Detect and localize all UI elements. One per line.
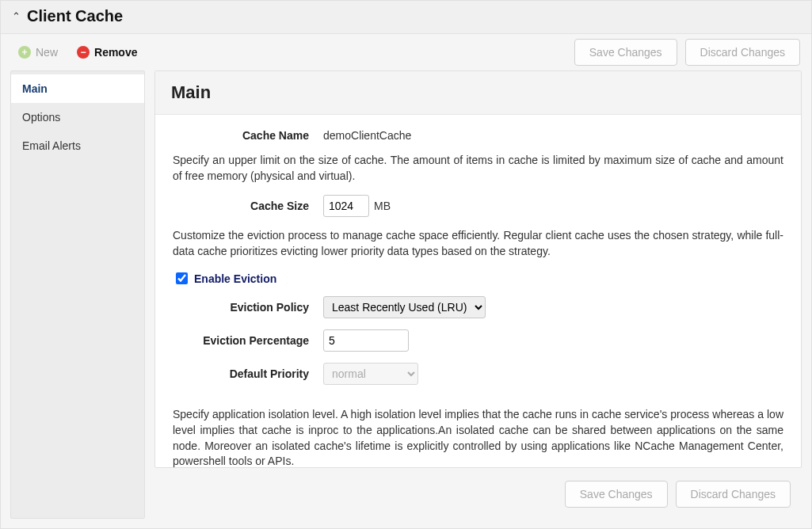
content-column: Main Cache Name demoClientCache Specify … xyxy=(154,70,802,519)
panel-title: Main xyxy=(171,82,785,103)
sidebar-item-label: Email Alerts xyxy=(22,139,81,152)
cache-name-row: Cache Name demoClientCache xyxy=(173,129,783,142)
eviction-percentage-input[interactable] xyxy=(323,329,409,352)
toolbar: + New − Remove Save Changes Discard Chan… xyxy=(1,34,811,70)
sidebar-item-label: Options xyxy=(22,111,60,124)
client-cache-settings-window: ⌃ Client Cache + New − Remove Save Chang… xyxy=(0,0,812,529)
collapse-chevron-icon[interactable]: ⌃ xyxy=(12,10,21,22)
default-priority-label: Default Priority xyxy=(173,367,323,380)
panel-header: Main xyxy=(155,71,801,115)
eviction-policy-label: Eviction Policy xyxy=(173,301,323,314)
default-priority-row: Default Priority normal xyxy=(173,363,783,385)
sidebar: Main Options Email Alerts xyxy=(10,70,145,519)
cache-size-desc: Specify an upper limit on the size of ca… xyxy=(173,153,783,184)
new-button: + New xyxy=(9,41,67,63)
eviction-policy-row: Eviction Policy Least Recently Used (LRU… xyxy=(173,296,783,318)
eviction-policy-select[interactable]: Least Recently Used (LRU) xyxy=(323,296,486,318)
isolation-desc: Specify application isolation level. A h… xyxy=(173,407,783,467)
main-area: Main Options Email Alerts Main Cache Nam… xyxy=(1,70,811,528)
enable-eviction-label: Enable Eviction xyxy=(194,272,276,285)
page-title: Client Cache xyxy=(27,7,123,25)
cache-name-label: Cache Name xyxy=(173,129,323,142)
new-label: New xyxy=(36,46,58,59)
save-changes-top-button[interactable]: Save Changes xyxy=(574,39,677,66)
default-priority-select: normal xyxy=(323,363,418,385)
discard-changes-top-button[interactable]: Discard Changes xyxy=(685,39,800,66)
eviction-desc: Customize the eviction process to manage… xyxy=(173,228,783,259)
sidebar-item-label: Main xyxy=(22,82,48,95)
sidebar-item-options[interactable]: Options xyxy=(11,103,144,131)
cache-size-input[interactable] xyxy=(323,195,369,217)
cache-size-row: Cache Size MB xyxy=(173,195,783,217)
section-header[interactable]: ⌃ Client Cache xyxy=(1,1,811,34)
remove-label: Remove xyxy=(94,46,137,59)
enable-eviction-row: Enable Eviction xyxy=(173,270,783,287)
cache-size-unit: MB xyxy=(374,200,391,212)
discard-changes-bottom-button[interactable]: Discard Changes xyxy=(676,481,791,508)
eviction-percentage-row: Eviction Percentage xyxy=(173,329,783,352)
sidebar-item-main[interactable]: Main xyxy=(11,74,144,103)
eviction-percentage-label: Eviction Percentage xyxy=(173,334,323,347)
plus-icon: + xyxy=(18,46,31,59)
minus-icon: − xyxy=(77,46,90,59)
cache-name-value: demoClientCache xyxy=(323,129,411,142)
remove-button[interactable]: − Remove xyxy=(67,41,147,63)
panel-body: Cache Name demoClientCache Specify an up… xyxy=(155,115,801,467)
enable-eviction-checkbox[interactable] xyxy=(176,272,188,284)
main-panel: Main Cache Name demoClientCache Specify … xyxy=(154,70,802,468)
cache-size-label: Cache Size xyxy=(173,200,323,212)
footer-actions: Save Changes Discard Changes xyxy=(154,473,802,519)
sidebar-item-email-alerts[interactable]: Email Alerts xyxy=(11,131,144,160)
save-changes-bottom-button[interactable]: Save Changes xyxy=(565,481,668,508)
